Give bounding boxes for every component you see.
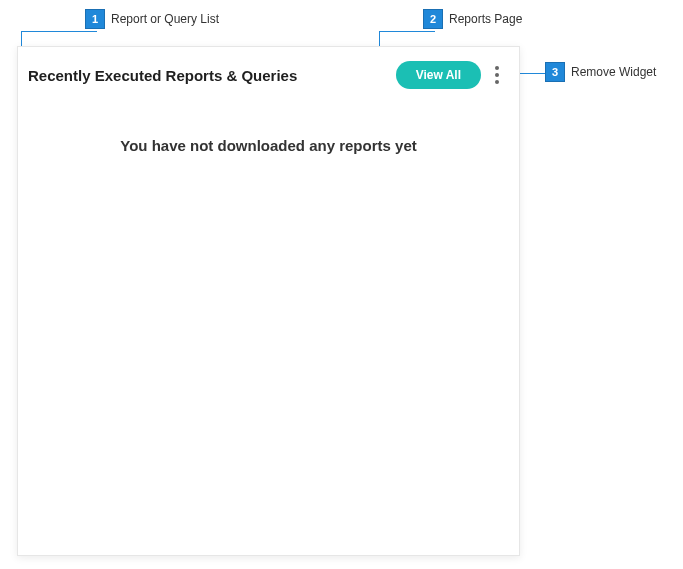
callout-label-2: Reports Page <box>449 12 522 26</box>
callout-badge-1: 1 <box>85 9 105 29</box>
reports-widget-card: Recently Executed Reports & Queries View… <box>17 46 520 556</box>
widget-title: Recently Executed Reports & Queries <box>28 67 297 84</box>
callout-label-3: Remove Widget <box>571 65 656 79</box>
widget-header-actions: View All <box>396 61 503 89</box>
callout-1: 1 Report or Query List <box>85 9 219 29</box>
callout-2-line-h <box>379 31 435 32</box>
widget-body: You have not downloaded any reports yet <box>18 97 519 194</box>
callout-badge-3: 3 <box>545 62 565 82</box>
callout-3: 3 Remove Widget <box>545 62 656 82</box>
callout-2: 2 Reports Page <box>423 9 522 29</box>
callout-badge-2: 2 <box>423 9 443 29</box>
callout-1-line-h <box>21 31 97 32</box>
empty-state-message: You have not downloaded any reports yet <box>38 137 499 154</box>
widget-header: Recently Executed Reports & Queries View… <box>18 47 519 97</box>
view-all-button[interactable]: View All <box>396 61 481 89</box>
callout-label-1: Report or Query List <box>111 12 219 26</box>
more-options-icon[interactable] <box>491 62 503 88</box>
